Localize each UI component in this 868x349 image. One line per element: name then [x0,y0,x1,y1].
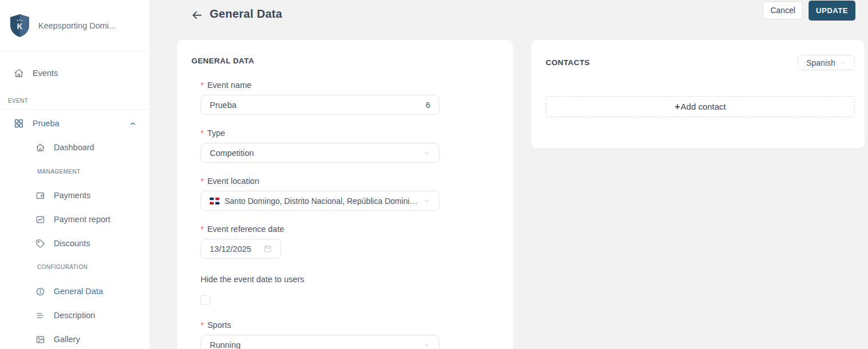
add-contact-label: Add contact [681,102,726,111]
contact-language-select[interactable]: Spanish [798,55,855,70]
wallet-icon [35,191,45,200]
svg-text:K: K [17,22,22,31]
chevron-down-icon [423,149,430,157]
general-data-card-title: GENERAL DATA [191,57,499,65]
event-name-value: Prueba [210,101,426,110]
sidebar-item-label: Discounts [54,239,90,248]
sidebar-section-configuration: CONFIGURATION [0,263,150,271]
hide-event-date-checkbox[interactable] [201,295,210,305]
required-marker: * [201,129,204,138]
home-icon [14,68,24,78]
info-icon [35,287,45,296]
sidebar-item-label: Payment report [54,215,110,224]
image-icon [35,335,45,344]
required-marker: * [201,176,204,186]
back-arrow-icon[interactable] [191,9,203,21]
sports-value: Running [210,340,418,349]
sidebar-section-event: EVENT [0,97,150,105]
contacts-card: CONTACTS Spanish + Add contact [531,40,865,149]
type-value: Competition [210,149,418,158]
brand-shield-icon: K [10,14,29,37]
sidebar-item-prueba[interactable]: Prueba [0,117,150,130]
update-button[interactable]: UPDATE [809,1,855,21]
tag-icon [35,239,45,248]
add-contact-button[interactable]: + Add contact [546,96,855,117]
plus-icon: + [675,102,680,112]
dominican-republic-flag-icon [210,198,219,204]
event-reference-date-input[interactable]: 13/12/2025 [201,239,281,259]
sidebar-item-label: Payments [54,191,90,200]
sidebar-divider [0,109,150,110]
contacts-card-title: CONTACTS [546,58,590,67]
chevron-down-icon [423,341,430,348]
event-reference-date-value: 13/12/2025 [210,244,251,254]
brand-logo-row[interactable]: K Keepsporting Domi... [0,0,150,51]
sidebar-item-discounts[interactable]: Discounts [0,237,150,250]
cancel-button[interactable]: Cancel [763,1,803,19]
text-lines-icon [35,311,45,320]
event-location-value: Santo Domingo, Distrito Nacional, Repúbl… [225,196,418,206]
sidebar-item-label: Dashboard [54,143,94,152]
chevron-down-icon [839,59,846,66]
chevron-down-icon [423,197,430,204]
sidebar-section-management: MANAGEMENT [0,168,150,175]
character-counter: 6 [426,101,430,110]
sidebar-item-general-data[interactable]: General Data [0,285,150,298]
hide-event-date-label: Hide the event date to users [201,275,499,284]
sidebar-item-gallery[interactable]: Gallery [0,333,150,346]
sidebar-divider [0,51,150,51]
event-name-input[interactable]: Prueba 6 [201,95,439,115]
sidebar-item-payment-report[interactable]: Payment report [0,213,150,226]
chart-icon [35,215,45,224]
sports-label: * Sports [201,320,499,330]
sports-select[interactable]: Running [201,335,439,349]
sidebar-item-label: Events [33,69,58,78]
sidebar-item-label: General Data [54,287,103,296]
event-reference-date-label: * Event reference date [201,224,499,234]
sidebar: K Keepsporting Domi... Events EVENT Prue… [0,0,150,349]
sidebar-item-payments[interactable]: Payments [0,189,150,202]
contact-language-value: Spanish [806,58,835,67]
sidebar-item-dashboard[interactable]: Dashboard [0,141,150,154]
grid-icon [14,118,24,129]
general-data-card: GENERAL DATA * Event name Prueba 6 * Typ… [177,40,513,349]
event-location-label: * Event location [201,176,499,186]
sidebar-item-description[interactable]: Description [0,309,150,322]
sidebar-item-label: Gallery [54,335,80,344]
sidebar-item-label: Description [54,311,95,320]
required-marker: * [201,320,204,330]
required-marker: * [201,81,204,90]
sidebar-item-events[interactable]: Events [0,67,150,79]
type-label: * Type [201,129,499,138]
required-marker: * [201,224,204,234]
chevron-up-icon[interactable] [130,121,136,127]
sidebar-item-label: Prueba [33,119,59,128]
event-name-label: * Event name [201,81,499,90]
brand-name: Keepsporting Domi... [38,21,115,30]
home-icon [35,143,45,153]
page-title: General Data [210,7,282,21]
calendar-icon [263,244,272,253]
event-location-select[interactable]: Santo Domingo, Distrito Nacional, Repúbl… [201,191,439,211]
type-select[interactable]: Competition [201,143,439,163]
